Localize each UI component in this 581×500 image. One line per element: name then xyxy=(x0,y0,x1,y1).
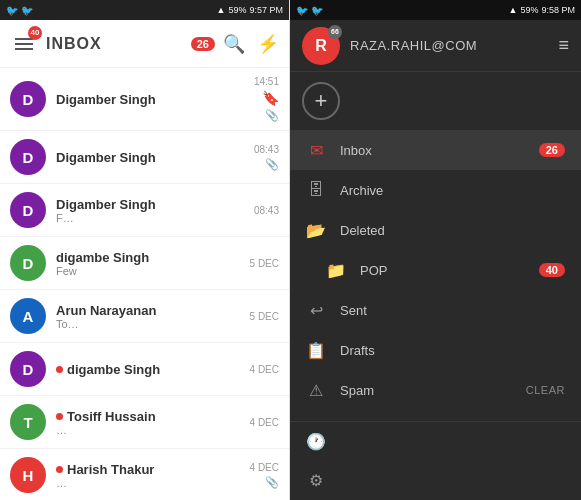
nav-item-pop[interactable]: 📁 POP 40 xyxy=(290,250,581,290)
folder-open-icon: 📂 xyxy=(306,221,326,240)
compose-area: + xyxy=(290,72,581,130)
email-sender: Harish Thakur xyxy=(56,462,240,477)
search-icon[interactable]: 🔍 xyxy=(223,33,245,55)
nav-label: Archive xyxy=(340,183,565,198)
left-signal: ▲ xyxy=(217,5,226,15)
avatar: H xyxy=(10,457,46,493)
email-item[interactable]: T Tosiff Hussain … 4 DEC xyxy=(0,396,289,449)
nav-item-trash[interactable]: 🗑 Trash xyxy=(290,410,581,421)
email-sender: digambe Singh xyxy=(56,250,240,265)
left-time: 9:57 PM xyxy=(249,5,283,15)
nav-item-sent[interactable]: ↩ Sent xyxy=(290,290,581,330)
email-meta: 08:43 xyxy=(254,205,279,216)
nav-label: Deleted xyxy=(340,223,565,238)
avatar: T xyxy=(10,404,46,440)
user-avatar-badge: 66 xyxy=(328,25,342,39)
email-item[interactable]: A Arun Narayanan To… 5 DEC xyxy=(0,290,289,343)
left-panel: 🐦 🐦 ▲ 59% 9:57 PM 40 INBOX 26 🔍 ⚡ D Diga… xyxy=(0,0,290,500)
avatar: D xyxy=(10,245,46,281)
history-icon: 🕐 xyxy=(306,432,326,451)
nav-badge: 40 xyxy=(539,263,565,277)
menu-button[interactable]: 40 xyxy=(10,30,38,58)
email-meta: 4 DEC xyxy=(250,364,279,375)
left-battery: 59% xyxy=(228,5,246,15)
right-menu-icon[interactable]: ≡ xyxy=(558,35,569,56)
nav-badge: 26 xyxy=(539,143,565,157)
email-item[interactable]: D digambe Singh 4 DEC xyxy=(0,343,289,396)
settings-icon: ⚙ xyxy=(306,471,326,490)
avatar: A xyxy=(10,298,46,334)
right-battery: 59% xyxy=(520,5,538,15)
unread-dot xyxy=(56,366,63,373)
nav-item-archive[interactable]: 🗄 Archive xyxy=(290,170,581,210)
email-meta: 5 DEC xyxy=(250,258,279,269)
email-time: 14:51 xyxy=(254,76,279,87)
email-content: Tosiff Hussain … xyxy=(56,409,240,436)
email-preview: … xyxy=(56,477,240,489)
avatar: D xyxy=(10,81,46,117)
right-status-icons-left: 🐦 🐦 xyxy=(296,5,323,16)
email-preview: F… xyxy=(56,212,244,224)
left-status-icons-right: ▲ 59% 9:57 PM xyxy=(217,5,283,15)
right-time: 9:58 PM xyxy=(541,5,575,15)
email-time: 08:43 xyxy=(254,205,279,216)
email-item[interactable]: D digambe Singh Few 5 DEC xyxy=(0,237,289,290)
folder-icon: 📁 xyxy=(326,261,346,280)
email-meta: 08:43 📎 xyxy=(254,144,279,171)
reply-icon: ↩ xyxy=(306,301,326,320)
nav-label: Sent xyxy=(340,303,565,318)
email-item[interactable]: D Digamber Singh 14:51 🔖 📎 xyxy=(0,68,289,131)
filter-icon[interactable]: ⚡ xyxy=(257,33,279,55)
bottom-actions: 🕐 ⚙ xyxy=(290,421,581,500)
nav-label: Spam xyxy=(340,383,512,398)
nav-clear[interactable]: CLEAR xyxy=(526,384,565,396)
nav-item-inbox[interactable]: ✉ Inbox 26 xyxy=(290,130,581,170)
nav-item-spam[interactable]: ⚠ Spam CLEAR xyxy=(290,370,581,410)
email-item[interactable]: D Digamber Singh F… 08:43 xyxy=(0,184,289,237)
email-preview: To… xyxy=(56,318,240,330)
unread-dot xyxy=(56,413,63,420)
attach-icon: 📎 xyxy=(265,109,279,122)
menu-badge: 40 xyxy=(28,26,42,40)
email-sender: Digamber Singh xyxy=(56,150,244,165)
warning-icon: ⚠ xyxy=(306,381,326,400)
user-avatar: R 66 xyxy=(302,27,340,65)
left-status-bar: 🐦 🐦 ▲ 59% 9:57 PM xyxy=(0,0,289,20)
nav-label: Drafts xyxy=(340,343,565,358)
nav-list: ✉ Inbox 26 🗄 Archive 📂 Deleted 📁 POP 40 … xyxy=(290,130,581,421)
email-preview: … xyxy=(56,424,240,436)
settings-button[interactable]: ⚙ xyxy=(290,461,581,500)
email-list: D Digamber Singh 14:51 🔖 📎 D Digamber Si… xyxy=(0,68,289,500)
unread-dot xyxy=(56,466,63,473)
archive-icon: 🗄 xyxy=(306,181,326,199)
compose-button[interactable]: + xyxy=(302,82,340,120)
attach-icon: 📎 xyxy=(265,158,279,171)
attach-icon: 📎 xyxy=(265,476,279,489)
nav-item-drafts[interactable]: 📋 Drafts xyxy=(290,330,581,370)
inbox-count: 26 xyxy=(191,37,215,51)
right-panel: 🐦 🐦 ▲ 59% 9:58 PM R 66 RAZA.RAHIL@​COM ≡… xyxy=(290,0,581,500)
email-sender: Digamber Singh xyxy=(56,197,244,212)
email-content: digambe Singh Few xyxy=(56,250,240,277)
email-item[interactable]: H Harish Thakur … 4 DEC 📎 xyxy=(0,449,289,500)
avatar: D xyxy=(10,351,46,387)
file-text-icon: 📋 xyxy=(306,341,326,360)
right-signal: ▲ xyxy=(509,5,518,15)
email-sender: digambe Singh xyxy=(56,362,240,377)
email-item[interactable]: D Digamber Singh 08:43 📎 xyxy=(0,131,289,184)
email-content: digambe Singh xyxy=(56,362,240,377)
user-email: RAZA.RAHIL@​COM xyxy=(350,38,548,53)
email-time: 4 DEC xyxy=(250,462,279,473)
email-meta: 4 DEC xyxy=(250,417,279,428)
email-meta: 14:51 🔖 📎 xyxy=(254,76,279,122)
email-preview: Few xyxy=(56,265,240,277)
email-meta: 4 DEC 📎 xyxy=(250,462,279,489)
nav-item-deleted[interactable]: 📂 Deleted xyxy=(290,210,581,250)
email-content: Digamber Singh xyxy=(56,150,244,165)
email-time: 4 DEC xyxy=(250,417,279,428)
left-status-icons-left: 🐦 🐦 xyxy=(6,5,33,16)
inbox-title: INBOX xyxy=(46,35,183,53)
history-button[interactable]: 🕐 xyxy=(290,422,581,461)
email-time: 5 DEC xyxy=(250,258,279,269)
email-sender: Tosiff Hussain xyxy=(56,409,240,424)
